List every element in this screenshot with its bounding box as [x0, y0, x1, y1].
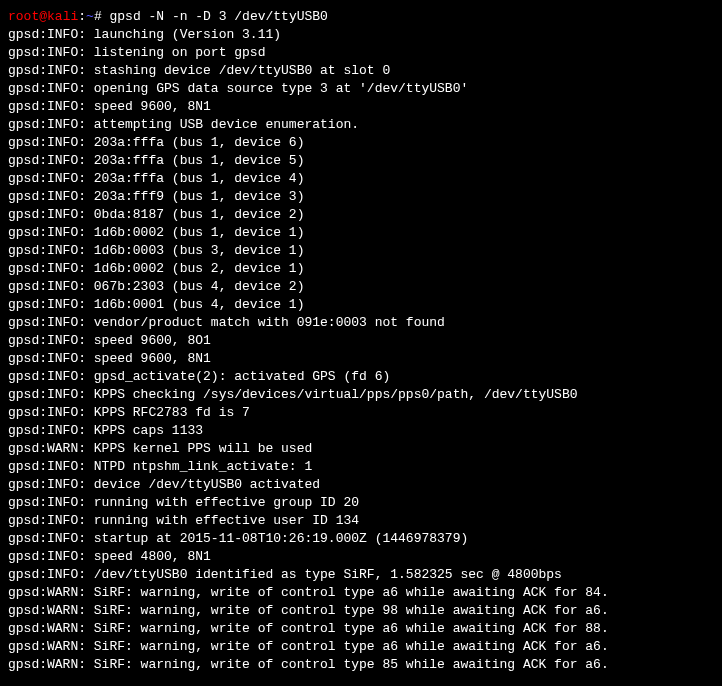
output-line: gpsd:INFO: device /dev/ttyUSB0 activated — [8, 476, 714, 494]
output-line: gpsd:INFO: stashing device /dev/ttyUSB0 … — [8, 62, 714, 80]
output-line: gpsd:INFO: opening GPS data source type … — [8, 80, 714, 98]
command-text: gpsd -N -n -D 3 /dev/ttyUSB0 — [109, 9, 327, 24]
terminal-output: gpsd:INFO: launching (Version 3.11)gpsd:… — [8, 26, 714, 674]
output-line: gpsd:INFO: NTPD ntpshm_link_activate: 1 — [8, 458, 714, 476]
output-line: gpsd:INFO: speed 4800, 8N1 — [8, 548, 714, 566]
prompt-hash: # — [94, 9, 110, 24]
output-line: gpsd:WARN: SiRF: warning, write of contr… — [8, 602, 714, 620]
output-line: gpsd:INFO: /dev/ttyUSB0 identified as ty… — [8, 566, 714, 584]
output-line: gpsd:INFO: KPPS checking /sys/devices/vi… — [8, 386, 714, 404]
output-line: gpsd:INFO: speed 9600, 8N1 — [8, 98, 714, 116]
prompt-user: root — [8, 9, 39, 24]
output-line: gpsd:INFO: running with effective group … — [8, 494, 714, 512]
output-line: gpsd:INFO: attempting USB device enumera… — [8, 116, 714, 134]
output-line: gpsd:INFO: 203a:fff9 (bus 1, device 3) — [8, 188, 714, 206]
output-line: gpsd:INFO: speed 9600, 8O1 — [8, 332, 714, 350]
output-line: gpsd:INFO: listening on port gpsd — [8, 44, 714, 62]
output-line: gpsd:INFO: KPPS caps 1133 — [8, 422, 714, 440]
output-line: gpsd:INFO: 067b:2303 (bus 4, device 2) — [8, 278, 714, 296]
output-line: gpsd:WARN: KPPS kernel PPS will be used — [8, 440, 714, 458]
prompt-at: @ — [39, 9, 47, 24]
output-line: gpsd:WARN: SiRF: warning, write of contr… — [8, 656, 714, 674]
output-line: gpsd:INFO: speed 9600, 8N1 — [8, 350, 714, 368]
output-line: gpsd:INFO: running with effective user I… — [8, 512, 714, 530]
output-line: gpsd:INFO: KPPS RFC2783 fd is 7 — [8, 404, 714, 422]
output-line: gpsd:WARN: SiRF: warning, write of contr… — [8, 638, 714, 656]
output-line: gpsd:INFO: 1d6b:0003 (bus 3, device 1) — [8, 242, 714, 260]
prompt-host: kali — [47, 9, 78, 24]
prompt-colon: : — [78, 9, 86, 24]
output-line: gpsd:INFO: vendor/product match with 091… — [8, 314, 714, 332]
output-line: gpsd:INFO: 203a:fffa (bus 1, device 6) — [8, 134, 714, 152]
output-line: gpsd:INFO: launching (Version 3.11) — [8, 26, 714, 44]
output-line: gpsd:WARN: SiRF: warning, write of contr… — [8, 584, 714, 602]
output-line: gpsd:INFO: gpsd_activate(2): activated G… — [8, 368, 714, 386]
output-line: gpsd:INFO: 0bda:8187 (bus 1, device 2) — [8, 206, 714, 224]
output-line: gpsd:INFO: 1d6b:0002 (bus 2, device 1) — [8, 260, 714, 278]
prompt-line[interactable]: root@kali:~# gpsd -N -n -D 3 /dev/ttyUSB… — [8, 8, 714, 26]
output-line: gpsd:INFO: startup at 2015-11-08T10:26:1… — [8, 530, 714, 548]
output-line: gpsd:WARN: SiRF: warning, write of contr… — [8, 620, 714, 638]
prompt-path: ~ — [86, 9, 94, 24]
output-line: gpsd:INFO: 1d6b:0002 (bus 1, device 1) — [8, 224, 714, 242]
output-line: gpsd:INFO: 1d6b:0001 (bus 4, device 1) — [8, 296, 714, 314]
output-line: gpsd:INFO: 203a:fffa (bus 1, device 4) — [8, 170, 714, 188]
output-line: gpsd:INFO: 203a:fffa (bus 1, device 5) — [8, 152, 714, 170]
